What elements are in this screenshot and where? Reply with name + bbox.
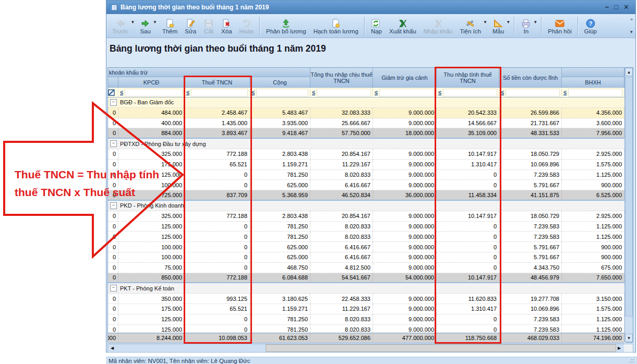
cell: 9.000.000	[373, 314, 437, 325]
column-header-7[interactable]: Số tiền còn được lĩnh	[499, 68, 562, 88]
toolbar-button-help[interactable]: ?Giúp	[581, 15, 600, 37]
filter-cell-4[interactable]: ≤	[310, 88, 373, 98]
collapse-minus-icon[interactable]: −	[110, 285, 117, 292]
svg-text:?: ?	[588, 20, 592, 27]
toolbar-button-doc-new[interactable]: Thêm	[159, 15, 181, 37]
toolbar: Trước▼Sau▼ThêmSửaCắtXóaHoànPhân bổ lương…	[106, 14, 635, 38]
doc-coin-icon	[331, 18, 341, 28]
toolbar-button-arrow-right[interactable]: Sau▼	[136, 15, 158, 37]
dropdown-caret-icon[interactable]: ▼	[533, 20, 537, 25]
cell: 9.418.467	[250, 128, 310, 139]
collapse-minus-icon[interactable]: −	[110, 140, 117, 147]
print-icon	[521, 18, 531, 28]
toolbar-button-doc-coin[interactable]: Hạch toán lương	[310, 15, 362, 37]
column-header-4[interactable]: Tổng thu nhập chịu thuế TNCN	[310, 68, 373, 88]
cell: 6.416.667	[310, 252, 373, 263]
dropdown-caret-icon[interactable]: ▼	[506, 20, 510, 25]
column-header-3[interactable]: Cộng	[250, 77, 310, 88]
cell: 884.000	[118, 128, 185, 139]
toolbar-button-label: Tiện ích	[460, 28, 480, 34]
filter-operator[interactable]: ≤	[562, 89, 568, 95]
filter-input[interactable]	[568, 89, 622, 96]
column-header-1[interactable]: KPCĐ	[118, 77, 185, 88]
dropdown-caret-icon[interactable]: ▼	[131, 20, 135, 25]
cell: 22.458.333	[310, 294, 373, 304]
column-header-8[interactable]: BHXH	[562, 77, 624, 88]
partial-cell: 0	[108, 108, 118, 118]
toolbar-button-excel-export[interactable]: Xuất khẩu	[386, 15, 420, 37]
cell: 9.000.000	[373, 304, 437, 314]
cell: 32.083.333	[310, 108, 373, 118]
partial-cell: 0	[108, 304, 118, 314]
cell: 19.277.708	[499, 294, 562, 304]
toolbar-button-label: Phản hồi	[548, 28, 571, 34]
partial-cell: 0	[108, 242, 118, 252]
excel-import-icon	[433, 18, 443, 28]
maximize-button[interactable]: □	[614, 1, 618, 14]
cell: 8.244.000	[118, 333, 185, 343]
excel-export-icon	[398, 18, 408, 28]
horizontal-scrollbar[interactable]: ◀ ▶	[107, 344, 633, 353]
scroll-left-arrow-icon[interactable]: ◀	[108, 344, 116, 352]
row-indicator-header	[108, 77, 118, 88]
toolbar-button-print[interactable]: In▼	[517, 15, 539, 37]
cell: 781.250	[250, 232, 310, 242]
scroll-right-arrow-icon[interactable]: ▶	[615, 344, 623, 352]
filter-input[interactable]	[256, 89, 308, 96]
collapse-minus-icon[interactable]: −	[110, 99, 117, 106]
close-button[interactable]: ✕	[623, 1, 629, 14]
toolbar-button-feedback[interactable]: Phản hồi	[544, 15, 575, 37]
cell: 41.151.875	[499, 190, 562, 201]
cell: 781.250	[250, 222, 310, 232]
cell: 9.000.000	[373, 222, 437, 232]
filter-cell-1[interactable]: ≤	[118, 88, 185, 98]
group-label: PKT - Phòng Kế toán	[120, 285, 174, 292]
doc-edit-icon	[185, 18, 196, 28]
filter-cell-8[interactable]: ≤	[562, 88, 624, 98]
filter-cell-3[interactable]: ≤	[250, 88, 310, 98]
partial-cell: 0	[108, 314, 118, 325]
doc-delete-icon	[221, 18, 232, 28]
cell: 484.000	[118, 108, 185, 118]
horizontal-scroll-thumb[interactable]	[266, 344, 616, 352]
dropdown-caret-icon[interactable]: ▼	[483, 20, 487, 25]
cell: 1.125.000	[562, 170, 624, 180]
minimize-button[interactable]: −	[605, 1, 609, 14]
cell: 9.000.000	[373, 242, 437, 252]
cell: 10.069.896	[499, 160, 562, 170]
collapse-minus-icon[interactable]: −	[110, 202, 117, 209]
cell: 18.050.729	[499, 211, 562, 222]
toolbar-button-doc-delete[interactable]: Xóa	[218, 15, 235, 37]
filter-operator[interactable]: ≤	[373, 89, 379, 95]
vertical-scroll-thumb[interactable]	[625, 77, 633, 317]
filter-input[interactable]	[379, 89, 435, 96]
toolbar-button-allocate[interactable]: Phân bổ lương	[262, 15, 310, 37]
cell: 6.084.688	[250, 273, 310, 284]
cell: 7.239.583	[499, 314, 562, 325]
cell: 125.000	[118, 314, 185, 325]
scroll-up-arrow-icon[interactable]: ▲	[625, 68, 633, 76]
toolbar-button-template[interactable]: Mẫu▼	[489, 15, 512, 37]
filter-input[interactable]	[125, 89, 183, 96]
scroll-down-arrow-icon[interactable]: ▼	[625, 334, 633, 342]
cell: 9.000.000	[373, 252, 437, 263]
toolbar-button-excel-import: Nhập khẩu	[420, 15, 456, 37]
cell: 9.000.000	[373, 232, 437, 242]
cell: 675.000	[562, 263, 624, 273]
toolbar-overflow[interactable]: »▾	[630, 15, 633, 37]
column-header-5[interactable]: Giảm trừ gia cảnh	[373, 68, 437, 88]
filter-selector-cell[interactable]	[108, 88, 118, 98]
filter-operator[interactable]: ≤	[118, 89, 125, 95]
filter-cell-7[interactable]: ≤	[499, 88, 562, 98]
filter-cell-5[interactable]: ≤	[373, 88, 437, 98]
filter-input[interactable]	[506, 89, 560, 96]
filter-operator[interactable]: ≤	[310, 89, 317, 95]
cell: 175.000	[118, 304, 185, 314]
toolbar-button-tools[interactable]: Tiện ích▼	[456, 15, 488, 37]
vertical-scrollbar[interactable]: ▲▼	[624, 68, 633, 342]
toolbar-button-refresh[interactable]: Nạp	[367, 15, 386, 37]
filter-input[interactable]	[317, 89, 371, 96]
cell: 100.000	[118, 242, 185, 252]
toolbar-button-doc-edit[interactable]: Sửa	[181, 15, 200, 37]
dropdown-caret-icon[interactable]: ▼	[153, 20, 157, 25]
